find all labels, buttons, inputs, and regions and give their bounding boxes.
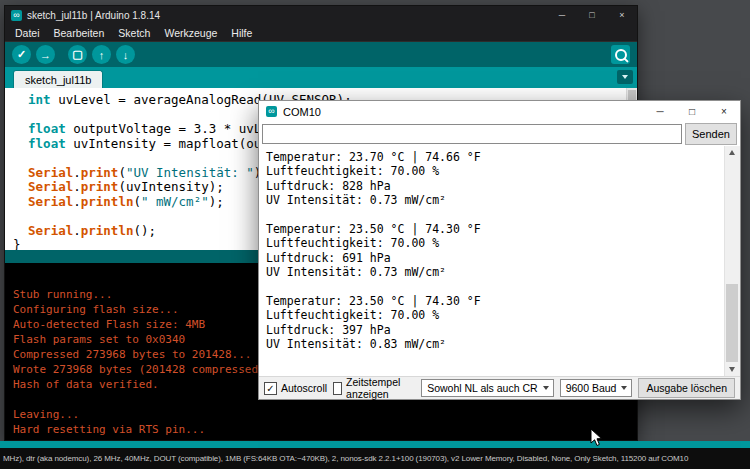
scroll-up-icon[interactable] <box>729 150 735 155</box>
serial-output-line: Luftfeuchtigkeit: 70.00 % <box>266 164 720 178</box>
autoscroll-label: Autoscroll <box>281 382 327 394</box>
upload-button[interactable]: → <box>36 45 55 64</box>
board-status-bar: MHz), dtr (aka nodemcu), 26 MHz, 40MHz, … <box>0 448 750 469</box>
serial-monitor-window: ∞ COM10 ─ □ × Senden Temperatur: 23.70 °… <box>258 100 741 400</box>
serial-scrollbar[interactable] <box>724 146 740 376</box>
menu-sketch[interactable]: Sketch <box>111 27 157 39</box>
serial-output-line: Luftfeuchtigkeit: 70.00 % <box>266 236 720 250</box>
serial-output-line <box>266 280 720 294</box>
serial-output-line: UV Intensität: 0.73 mW/cm² <box>266 265 720 279</box>
checkbox-icon: ✓ <box>264 382 277 395</box>
window-title: sketch_jul11b | Arduino 1.8.14 <box>27 10 160 21</box>
console-line: Leaving... <box>13 407 629 422</box>
menu-hilfe[interactable]: Hilfe <box>224 27 259 39</box>
baud-rate-select[interactable]: 9600 Baud <box>560 379 633 397</box>
serial-output-line: Temperatur: 23.50 °C | 74.30 °F <box>266 294 720 308</box>
serial-output-line: UV Intensität: 0.73 mW/cm² <box>266 193 720 207</box>
checkbox-icon <box>333 382 342 395</box>
serial-output-line: Luftdruck: 691 hPa <box>266 251 720 265</box>
serial-input[interactable] <box>262 124 682 144</box>
serial-output-line: UV Intensität: 0.83 mW/cm² <box>266 337 720 351</box>
serial-monitor-titlebar[interactable]: ∞ COM10 ─ □ × <box>259 101 740 122</box>
send-row: Senden <box>259 122 740 146</box>
baud-rate-value: 9600 Baud <box>566 382 617 394</box>
verify-button[interactable]: ✓ <box>12 45 31 64</box>
serial-minimize-button[interactable]: ─ <box>644 101 676 122</box>
scroll-down-icon[interactable] <box>729 367 735 372</box>
menu-datei[interactable]: Datei <box>8 27 47 39</box>
menu-bearbeiten[interactable]: Bearbeiten <box>47 27 112 39</box>
serial-output-line: Luftdruck: 828 hPa <box>266 179 720 193</box>
line-ending-select[interactable]: Sowohl NL als auch CR <box>421 379 554 397</box>
timestamp-checkbox[interactable]: Zeitstempel anzeigen <box>333 376 409 400</box>
tab-sketch-jul11b[interactable]: sketch_jul11b <box>13 70 103 88</box>
mouse-cursor <box>590 428 603 447</box>
console-line: Hard resetting via RTS pin... <box>13 422 629 437</box>
toolbar: ✓→▢↑↓ <box>5 42 637 67</box>
close-button[interactable]: × <box>607 6 637 24</box>
statusbar-accent <box>0 441 750 448</box>
timestamp-label: Zeitstempel anzeigen <box>346 376 409 400</box>
minimize-button[interactable]: ─ <box>547 6 577 24</box>
arduino-app-icon: ∞ <box>11 10 22 21</box>
chevron-down-icon <box>622 75 628 79</box>
send-button[interactable]: Senden <box>685 123 737 145</box>
new-sketch-button[interactable]: ▢ <box>68 45 87 64</box>
save-sketch-button[interactable]: ↓ <box>116 45 135 64</box>
menu-werkzeuge[interactable]: Werkzeuge <box>157 27 224 39</box>
arduino-titlebar[interactable]: ∞ sketch_jul11b | Arduino 1.8.14 ─ □ × <box>5 6 637 24</box>
serial-monitor-app-icon: ∞ <box>266 106 277 117</box>
serial-output: Temperatur: 23.70 °C | 74.66 °FLuftfeuch… <box>259 146 740 376</box>
tab-bar: sketch_jul11b <box>5 67 637 88</box>
serial-close-button[interactable]: × <box>708 101 740 122</box>
board-info-text: MHz), dtr (aka nodemcu), 26 MHz, 40MHz, … <box>3 454 688 463</box>
serial-monitor-title: COM10 <box>283 106 321 118</box>
serial-output-line: Temperatur: 23.50 °C | 74.30 °F <box>266 222 720 236</box>
line-ending-value: Sowohl NL als auch CR <box>427 382 538 394</box>
autoscroll-checkbox[interactable]: ✓ Autoscroll <box>264 382 327 395</box>
magnifier-icon <box>615 49 627 61</box>
menu-bar: DateiBearbeitenSketchWerkzeugeHilfe <box>5 24 637 42</box>
serial-output-line: Temperatur: 23.70 °C | 74.66 °F <box>266 150 720 164</box>
serial-output-line: Luftdruck: 397 hPa <box>266 323 720 337</box>
tab-menu-button[interactable] <box>617 70 633 84</box>
maximize-button[interactable]: □ <box>577 6 607 24</box>
serial-monitor-button[interactable] <box>611 45 630 64</box>
serial-output-line: Luftfeuchtigkeit: 70.00 % <box>266 308 720 322</box>
serial-scrollbar-thumb[interactable] <box>726 284 738 362</box>
serial-output-line <box>266 208 720 222</box>
serial-maximize-button[interactable]: □ <box>676 101 708 122</box>
serial-monitor-footer: ✓ Autoscroll Zeitstempel anzeigen Sowohl… <box>259 376 740 399</box>
clear-output-button[interactable]: Ausgabe löschen <box>638 378 735 398</box>
open-sketch-button[interactable]: ↑ <box>92 45 111 64</box>
